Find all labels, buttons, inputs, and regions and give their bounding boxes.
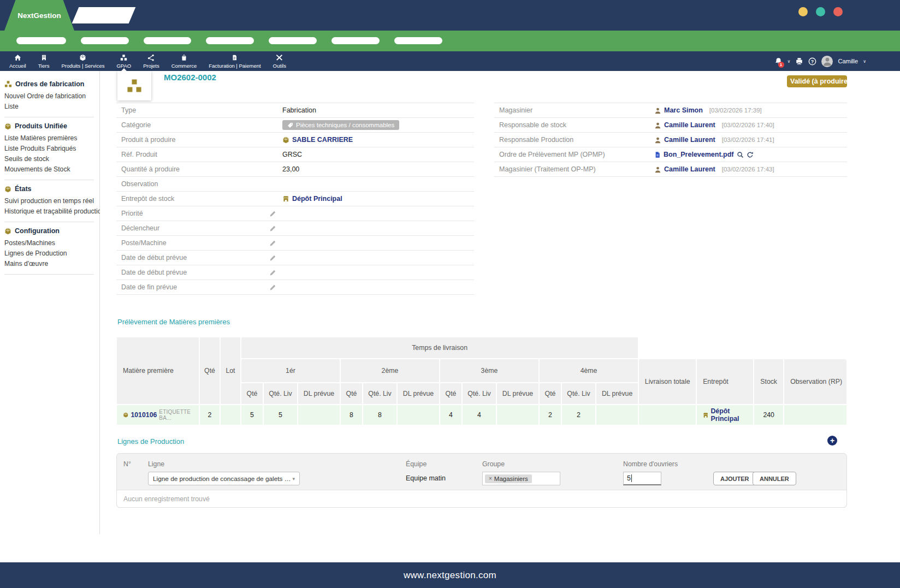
refresh-icon[interactable]: [747, 151, 754, 158]
bookmark-pill[interactable]: [81, 37, 129, 44]
edit-date-fin-button[interactable]: [269, 284, 276, 291]
bookmark-pill[interactable]: [269, 37, 317, 44]
cell-p3-dl: [496, 405, 539, 425]
window-restore-button[interactable]: [816, 7, 825, 16]
magasinier-opmp-link[interactable]: Camille Laurent: [664, 165, 715, 173]
detail-row-entrepot: Entrepôt de stock Dépôt Principal: [116, 192, 474, 206]
col-p1-qte-liv: Qté. Liv: [263, 383, 298, 405]
detail-row-magasinier: Magasinier Marc Simon [03/02/2026 17:39]: [494, 103, 847, 118]
print-button[interactable]: [795, 57, 803, 65]
cell-stock: 240: [754, 405, 784, 425]
col-periode-3: 3ème: [440, 359, 539, 383]
edit-poste-machine-button[interactable]: [269, 240, 276, 247]
user-avatar[interactable]: [821, 56, 833, 67]
bookmark-pill[interactable]: [394, 37, 442, 44]
divider: [4, 117, 94, 117]
sidebar-item-postes-machines[interactable]: Postes/Machines: [4, 238, 95, 248]
bookmark-pill[interactable]: [331, 37, 380, 44]
magasinier-link[interactable]: Marc Simon: [664, 106, 703, 114]
nav-item-commerce[interactable]: Commerce: [165, 51, 203, 71]
responsibles-details: Magasinier Marc Simon [03/02/2026 17:39]…: [494, 103, 847, 177]
edit-date-debut-2-button[interactable]: [269, 269, 276, 276]
opmp-file-link[interactable]: Bon_Prelevement.pdf: [664, 151, 734, 158]
nav-item-accueil[interactable]: Accueil: [3, 51, 32, 71]
pencil-icon: [269, 210, 276, 217]
cube-icon: [79, 54, 86, 61]
col-matiere-premiere: Matière première: [116, 337, 199, 405]
col-ligne: Ligne: [148, 460, 164, 468]
row-warehouse-link[interactable]: Dépôt Principal: [710, 407, 753, 423]
sidebar-item-nouvel-ordre[interactable]: Nouvel Ordre de fabrication: [4, 91, 95, 102]
line-select-value: Ligne de production de concassage de gal…: [153, 475, 292, 483]
sidebar-item-seuils-stock[interactable]: Seuils de stock: [4, 154, 95, 164]
mp-section-title: Prélèvement de Matières premières: [117, 318, 230, 326]
nav-item-produits-services[interactable]: Produits | Services: [55, 51, 110, 71]
workers-count-input[interactable]: 5: [623, 472, 661, 485]
sidebar-item-historique-tracabilite[interactable]: Historique et traçabilité production: [4, 206, 95, 217]
bookmark-pill[interactable]: [206, 37, 254, 44]
sidebar-item-liste-produits-fabriques[interactable]: Liste Produits Fabriqués: [4, 144, 95, 154]
edit-date-debut-button[interactable]: [269, 254, 276, 262]
detail-row-poste-machine: Poste/Machine: [116, 236, 474, 251]
sidebar-item-mouvements-stock[interactable]: Mouvements de Stock: [4, 164, 95, 175]
notifications-button[interactable]: 1: [774, 57, 783, 66]
remove-chip-icon[interactable]: ×: [489, 476, 492, 482]
chevron-down-icon[interactable]: ∨: [863, 59, 866, 64]
bookmark-pill[interactable]: [16, 37, 66, 44]
annuler-button[interactable]: ANNULER: [753, 472, 796, 485]
text-cursor: [631, 474, 632, 482]
nav-item-outils[interactable]: Outils: [267, 51, 292, 71]
bookmark-pill[interactable]: [144, 37, 191, 44]
divider: [4, 222, 94, 222]
resp-stock-link[interactable]: Camille Laurent: [664, 121, 715, 129]
line-select[interactable]: Ligne de production de concassage de gal…: [148, 472, 300, 485]
order-icon-card: [117, 71, 151, 100]
edit-priorite-button[interactable]: [269, 210, 276, 217]
sidebar-item-lignes-production[interactable]: Lignes de Production: [4, 248, 95, 259]
detail-row-type: Type Fabrication: [116, 103, 474, 118]
col-p4-qte-liv: Qté. Liv: [561, 383, 596, 405]
window-minimize-button[interactable]: [798, 7, 808, 16]
cubes-icon: [126, 78, 143, 94]
title-bar: NextGestion: [0, 0, 900, 31]
col-p2-qte-liv: Qté. Liv: [363, 383, 397, 405]
timestamp: [03/02/2026 17:41]: [722, 136, 774, 143]
mp-table: Matière première Qté Lot Temps de livrai…: [116, 337, 847, 425]
user-name[interactable]: Camille: [838, 58, 858, 64]
notification-badge: 1: [778, 62, 784, 68]
detail-row-resp-stock: Responsable de stock Camille Laurent [03…: [494, 118, 847, 133]
sidebar-item-suivi-production[interactable]: Suivi production en temps réel: [4, 196, 95, 206]
nav-item-gpao[interactable]: GPAO: [110, 51, 137, 71]
help-button[interactable]: ?: [808, 57, 816, 66]
resp-production-link[interactable]: Camille Laurent: [664, 136, 715, 144]
zoom-icon[interactable]: [737, 151, 744, 158]
ajouter-button[interactable]: AJOUTER: [713, 472, 756, 485]
col-p3-qte-liv: Qté. Liv: [462, 383, 496, 405]
material-link[interactable]: 1010106: [131, 411, 157, 419]
warehouse-link[interactable]: Dépôt Principal: [292, 195, 342, 203]
timestamp: [03/02/2026 17:43]: [722, 166, 774, 173]
person-icon: [654, 166, 661, 173]
person-icon: [654, 136, 661, 144]
nav-item-projets[interactable]: Projets: [137, 51, 165, 71]
shopping-bag-icon: [181, 54, 187, 61]
col-num: N°: [123, 460, 131, 468]
share-icon: [147, 54, 155, 61]
svg-text:?: ?: [811, 58, 814, 64]
add-production-line-button[interactable]: +: [827, 436, 837, 446]
production-section-title: Lignes de Production: [117, 437, 184, 446]
product-link[interactable]: SABLE CARRIERE: [292, 136, 353, 144]
browser-tab-shape: [72, 7, 136, 23]
nav-item-facturation[interactable]: Facturation | Paiement: [203, 51, 267, 71]
group-multiselect[interactable]: × Magasiniers: [482, 472, 560, 485]
chevron-down-icon[interactable]: ∨: [788, 59, 791, 64]
sidebar-item-liste[interactable]: Liste: [4, 102, 95, 112]
edit-declencheur-button[interactable]: [269, 225, 276, 232]
sidebar-item-liste-matieres[interactable]: Liste Matières premières: [4, 133, 95, 144]
col-qte: Qté: [199, 337, 220, 405]
window-close-button[interactable]: [833, 7, 843, 16]
nav-item-tiers[interactable]: Tiers: [32, 51, 56, 71]
detail-row-declencheur: Déclencheur: [116, 221, 474, 236]
divider: [4, 274, 94, 275]
sidebar-item-mains-oeuvre[interactable]: Mains d'œuvre: [4, 259, 95, 269]
